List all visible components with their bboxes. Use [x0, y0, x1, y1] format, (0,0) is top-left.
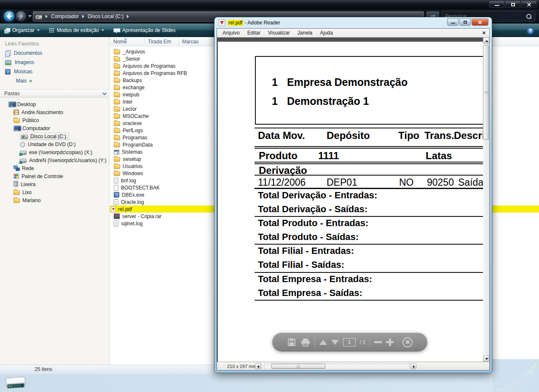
table-rule: [255, 146, 483, 147]
column-marcas[interactable]: Marcas: [179, 37, 216, 46]
explorer-titlebar[interactable]: [0, 0, 539, 9]
toolbar-divider: [315, 337, 315, 348]
menu-arquivo[interactable]: Arquivo: [219, 30, 244, 36]
product-name: Latas: [426, 150, 452, 162]
restore-button[interactable]: [459, 19, 471, 26]
tree-item-netdrive-x[interactable]: exe (\\seniorpdc\copias) (X:): [0, 148, 109, 156]
folders-band[interactable]: Pastas: [0, 89, 110, 98]
selected-tree-item: Disco Local (C:): [20, 133, 69, 140]
search-icon[interactable]: [526, 13, 532, 20]
horizontal-scrollbar[interactable]: [264, 363, 410, 369]
toolbar-divider: [398, 337, 398, 348]
pictures-icon: [5, 60, 11, 65]
favorite-music[interactable]: Músicas: [0, 67, 109, 76]
scroll-left-button[interactable]: [255, 363, 261, 369]
tree-item-disco-local[interactable]: Disco Local (C:): [0, 132, 109, 140]
reader-titlebar[interactable]: rel.pdf - Adobe Reader: [215, 17, 492, 28]
row-deposito: DEP01: [327, 177, 357, 188]
total-line: Total Produto - Saídas:: [258, 232, 359, 243]
forward-button[interactable]: [15, 11, 27, 22]
breadcrumb-separator-icon[interactable]: [82, 15, 84, 18]
hard-disk-desktop-icon[interactable]: [4, 375, 28, 392]
folder-icon: [114, 143, 120, 147]
total-line: Total Empresa - Saídas:: [258, 288, 362, 299]
text-file-icon: [114, 199, 118, 205]
tree-item-mariano[interactable]: Mariano: [0, 196, 109, 204]
product-label: Produto: [259, 150, 298, 162]
folder-icon: [114, 171, 120, 176]
th-descricao: Descrição: [454, 130, 483, 141]
tree-item-netdrive-y[interactable]: AndreN (\\seniorpdc\Usuarios) (Y:): [0, 156, 109, 164]
tree-item-lixo[interactable]: Lixo: [0, 188, 109, 196]
zoom-out-icon[interactable]: [374, 341, 382, 343]
breadcrumb-separator-icon[interactable]: [127, 15, 129, 18]
back-button[interactable]: [3, 11, 15, 22]
tree-item-dvd[interactable]: Unidade de DVD (D:): [0, 140, 109, 148]
total-line: Total Filial - Saídas:: [258, 259, 344, 270]
slideshow-button[interactable]: Apresentação de Slides: [113, 27, 176, 33]
history-dropdown-icon[interactable]: [28, 15, 32, 17]
chevron-down-icon: [102, 29, 104, 31]
breadcrumb-item-disco-local[interactable]: Disco Local (C:): [88, 13, 123, 19]
desktop-strip: [0, 374, 539, 392]
exe-file-icon: [114, 192, 119, 197]
table-rule: [255, 188, 483, 189]
favorites-more-link[interactable]: Mais »: [0, 76, 109, 85]
scroll-right-button[interactable]: [410, 363, 416, 369]
minimize-button[interactable]: [447, 19, 459, 26]
vertical-scrollbar[interactable]: [483, 37, 489, 362]
column-nome[interactable]: Nome: [110, 37, 145, 46]
scroll-up-button[interactable]: [483, 37, 489, 44]
sort-ascending-icon: [124, 38, 127, 40]
tree-item-publico[interactable]: Público: [0, 116, 109, 124]
breadcrumb-separator-icon[interactable]: [46, 15, 48, 18]
views-button[interactable]: Modos de exibição: [49, 27, 104, 33]
column-tirada-em[interactable]: Tirada Em: [145, 37, 179, 46]
tree-item-computador[interactable]: Computador: [0, 124, 109, 132]
help-button[interactable]: ?: [527, 27, 534, 35]
desktop-icon: [8, 101, 15, 107]
tree-item-painel[interactable]: Painel de Controle: [0, 172, 109, 180]
tree-item-rede[interactable]: Rede: [0, 164, 109, 172]
favorite-documents[interactable]: Documentos: [0, 48, 109, 58]
recycle-bin-icon: [13, 181, 18, 187]
next-page-icon[interactable]: [331, 340, 339, 345]
breadcrumb-item-computador[interactable]: Computador: [51, 13, 79, 19]
zoom-in-icon[interactable]: [386, 339, 394, 346]
restore-button[interactable]: [505, 1, 520, 8]
arrow-down-icon: [485, 358, 488, 360]
menu-editar[interactable]: Editar: [244, 30, 264, 36]
organize-button[interactable]: Organizar: [4, 27, 40, 33]
print-icon[interactable]: [300, 338, 311, 347]
restore-icon: [511, 3, 515, 6]
previous-page-icon[interactable]: [319, 340, 327, 345]
slideshow-icon: [113, 28, 120, 33]
row-trans: 90250: [427, 177, 454, 188]
menu-janela[interactable]: Janela: [294, 30, 316, 36]
pdf-page: 1 Empresa Demonstração 1 Demonstração 1 …: [218, 42, 483, 362]
close-button[interactable]: [472, 19, 488, 26]
user-icon: [13, 109, 19, 115]
page-number-input[interactable]: 1: [343, 338, 356, 347]
save-icon[interactable]: [287, 338, 296, 347]
forward-arrow-icon: [16, 11, 26, 21]
close-button[interactable]: [521, 1, 536, 8]
menu-ajuda[interactable]: Ajuda: [316, 30, 337, 36]
minimize-icon: [451, 23, 455, 24]
arrow-up-icon: [485, 40, 488, 42]
company-number: 1: [272, 76, 278, 88]
tree-item-lixeira[interactable]: Lixeira: [0, 180, 109, 188]
minimize-button[interactable]: [489, 1, 504, 8]
scrollbar-thumb[interactable]: [271, 364, 325, 369]
menu-visualizar[interactable]: Visualizar: [264, 30, 294, 36]
chevron-down-icon: [37, 29, 40, 31]
close-document-icon[interactable]: ✕: [482, 30, 486, 36]
scroll-down-button[interactable]: [483, 355, 489, 362]
favorite-pictures[interactable]: Imagens: [0, 58, 109, 67]
tree-item-desktop[interactable]: Desktop: [0, 100, 109, 108]
tree-item-user[interactable]: Andre.Nascimento: [0, 108, 109, 116]
restore-icon: [464, 21, 467, 24]
table-rule: [255, 163, 483, 164]
scrollbar-thumb[interactable]: [483, 45, 489, 140]
close-toolbar-icon[interactable]: [402, 337, 413, 347]
